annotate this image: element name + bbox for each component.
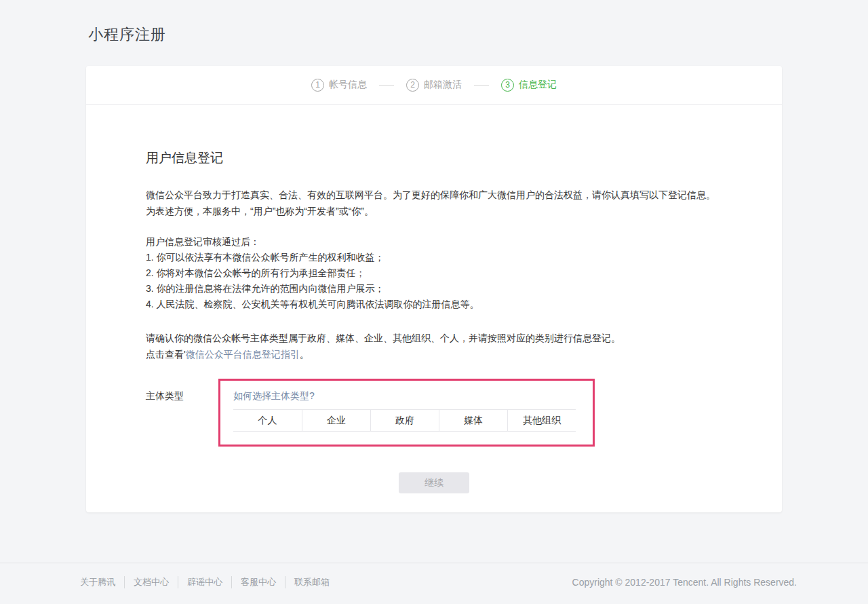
stepper-header: 1 帐号信息 2 邮箱激活 3 信息登记 [86,66,782,105]
continue-button[interactable]: 继续 [399,472,469,493]
page-footer: 关于腾讯 文档中心 辟谣中心 客服中心 联系邮箱 Copyright © 201… [0,563,868,588]
rights-block: 用户信息登记审核通过后： 1. 你可以依法享有本微信公众帐号所产生的权利和收益；… [146,234,722,312]
subject-type-tab[interactable]: 媒体 [439,410,507,431]
footer-link[interactable]: 辟谣中心 [178,576,232,588]
intro-line-2: 为表述方便，本服务中，“用户”也称为“开发者”或“你”。 [146,203,722,219]
step-number-circle: 2 [406,79,419,92]
footer-link[interactable]: 客服中心 [232,576,285,588]
subject-type-tab[interactable]: 政府 [370,410,439,431]
subject-type-row: 主体类型 如何选择主体类型? 个人 企业 政府 媒体 [146,379,722,447]
footer-link[interactable]: 联系邮箱 [285,576,338,588]
rights-list-item: 1. 你可以依法享有本微信公众帐号所产生的权利和收益； [146,250,722,265]
rights-list-item: 2. 你将对本微信公众帐号的所有行为承担全部责任； [146,265,722,281]
footer-link[interactable]: 关于腾讯 [71,576,125,588]
section-heading: 用户信息登记 [146,149,722,167]
stepper-step: 3 信息登记 [501,79,557,92]
step-label: 帐号信息 [329,79,367,91]
continue-button-row: 继续 [146,472,722,493]
stepper-step: 1 帐号信息 [311,79,367,92]
guide-prefix: 点击查看' [146,349,186,360]
rights-list: 1. 你可以依法享有本微信公众帐号所产生的权利和收益； 2. 你将对本微信公众帐… [146,250,722,312]
subject-type-tab[interactable]: 企业 [302,410,370,431]
footer-inner: 关于腾讯 文档中心 辟谣中心 客服中心 联系邮箱 Copyright © 201… [0,563,868,588]
subject-type-tabs: 个人 企业 政府 媒体 其他组织 [233,409,576,432]
guide-suffix: 。 [300,349,309,360]
intro-paragraph: 微信公众平台致力于打造真实、合法、有效的互联网平台。为了更好的保障你和广大微信用… [146,187,722,219]
subject-type-tab[interactable]: 其他组织 [507,410,576,431]
page-title: 小程序注册 [88,24,166,45]
rights-list-item: 3. 你的注册信息将在法律允许的范围内向微信用户展示； [146,281,722,297]
subject-type-help-link[interactable]: 如何选择主体类型? [233,390,315,401]
step-connector [379,85,394,86]
step-label: 信息登记 [519,79,557,91]
subject-type-label: 主体类型 [146,379,218,447]
step-number-circle: 1 [311,79,324,92]
stepper-step: 2 邮箱激活 [406,79,462,92]
confirm-block: 请确认你的微信公众帐号主体类型属于政府、媒体、企业、其他组织、个人，并请按照对应… [146,330,722,362]
step-connector [474,85,489,86]
confirm-text: 请确认你的微信公众帐号主体类型属于政府、媒体、企业、其他组织、个人，并请按照对应… [146,330,722,346]
rights-list-item: 4. 人民法院、检察院、公安机关等有权机关可向腾讯依法调取你的注册信息等。 [146,297,722,312]
guide-link[interactable]: 微信公众平台信息登记指引 [186,349,300,360]
card-body: 用户信息登记 微信公众平台致力于打造真实、合法、有效的互联网平台。为了更好的保障… [86,105,782,493]
rights-heading: 用户信息登记审核通过后： [146,234,722,250]
highlight-annotation-box: 如何选择主体类型? 个人 企业 政府 媒体 其他组织 [218,379,595,447]
subject-type-tab[interactable]: 个人 [233,410,302,431]
footer-link[interactable]: 文档中心 [125,576,178,588]
stepper: 1 帐号信息 2 邮箱激活 3 信息登记 [311,79,557,92]
footer-links: 关于腾讯 文档中心 辟谣中心 客服中心 联系邮箱 [71,576,338,588]
guide-line: 点击查看'微信公众平台信息登记指引。 [146,346,722,362]
step-label: 邮箱激活 [424,79,462,91]
intro-line-1: 微信公众平台致力于打造真实、合法、有效的互联网平台。为了更好的保障你和广大微信用… [146,187,722,203]
mini-program-registration-page: 小程序注册 1 帐号信息 2 邮箱激活 3 [0,0,868,604]
step-number-circle: 3 [501,79,514,92]
registration-card: 1 帐号信息 2 邮箱激活 3 信息登记 用户信息登记 [86,66,782,512]
copyright-text: Copyright © 2012-2017 Tencent. All Right… [572,577,797,588]
